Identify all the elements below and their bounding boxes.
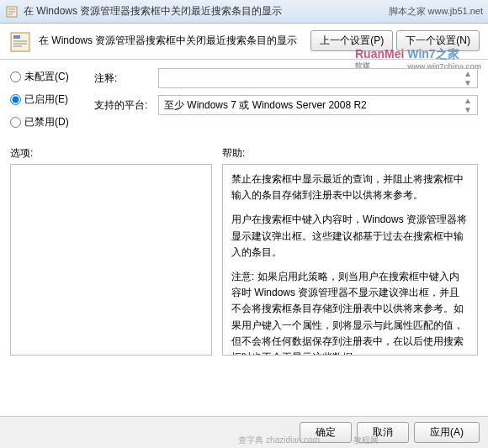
options-pane (10, 164, 212, 356)
options-label: 选项: (10, 146, 222, 161)
svg-rect-2 (13, 35, 20, 39)
apply-button[interactable]: 应用(A) (414, 422, 480, 443)
radio-enabled-input[interactable] (10, 94, 21, 105)
header-ribbon: 在 Windows 资源管理器搜索框中关闭最近搜索条目的显示 上一个设置(P) … (0, 24, 488, 60)
prev-setting-button[interactable]: 上一个设置(P) (310, 30, 393, 51)
dialog-footer: 查字典 zhazidian.com 教程网 确定 取消 应用(A) (0, 416, 488, 448)
help-paragraph: 注意: 如果启用此策略，则当用户在搜索框中键入内容时 Windows 资源管理器… (231, 269, 469, 356)
help-pane: 禁止在搜索框中显示最近的查询，并阻止将搜索框中输入的条目存储到注册表中以供将来参… (222, 164, 478, 356)
platform-field: 至少 Windows 7 或 Windows Server 2008 R2 ▲▼ (158, 95, 478, 115)
window-title: 在 Windows 资源管理器搜索框中关闭最近搜索条目的显示 (24, 4, 282, 18)
next-setting-button[interactable]: 下一个设置(N) (396, 30, 480, 51)
titlebar: 在 Windows 资源管理器搜索框中关闭最近搜索条目的显示 脚本之家 www.… (0, 0, 488, 24)
radio-disabled-input[interactable] (10, 117, 21, 128)
scroll-arrows-icon: ▲▼ (464, 96, 472, 114)
comment-label: 注释: (94, 68, 151, 86)
platform-value: 至少 Windows 7 或 Windows Server 2008 R2 (164, 98, 367, 113)
state-radios: 未配置(C) 已启用(E) 已禁用(D) (10, 68, 86, 138)
platform-label: 支持的平台: (94, 95, 151, 113)
help-label: 帮助: (222, 146, 245, 161)
radio-unconfigured-input[interactable] (10, 71, 21, 82)
radio-disabled-label: 已禁用(D) (24, 115, 69, 129)
ok-button[interactable]: 确定 (300, 422, 352, 443)
config-area: 未配置(C) 已启用(E) 已禁用(D) 注释: ▲▼ 支持的平台: 至少 Wi… (0, 60, 488, 141)
radio-unconfigured-label: 未配置(C) (24, 70, 69, 84)
radio-enabled-label: 已启用(E) (24, 92, 68, 107)
comment-field[interactable]: ▲▼ (158, 68, 478, 88)
help-paragraph: 用户在搜索框中键入内容时，Windows 资源管理器将显示建议弹出框。这些建议都… (231, 212, 469, 261)
help-paragraph: 禁止在搜索框中显示最近的查询，并阻止将搜索框中输入的条目存储到注册表中以供将来参… (231, 171, 469, 203)
policy-icon-large (8, 30, 32, 54)
policy-icon (5, 5, 19, 18)
radio-enabled[interactable]: 已启用(E) (10, 92, 86, 107)
scroll-arrows-icon: ▲▼ (464, 69, 472, 87)
cancel-button[interactable]: 取消 (357, 422, 409, 443)
ribbon-title: 在 Windows 资源管理器搜索框中关闭最近搜索条目的显示 (39, 30, 304, 48)
radio-unconfigured[interactable]: 未配置(C) (10, 70, 86, 84)
radio-disabled[interactable]: 已禁用(D) (10, 115, 86, 129)
watermark-top: 脚本之家 www.jb51.net (389, 5, 483, 18)
